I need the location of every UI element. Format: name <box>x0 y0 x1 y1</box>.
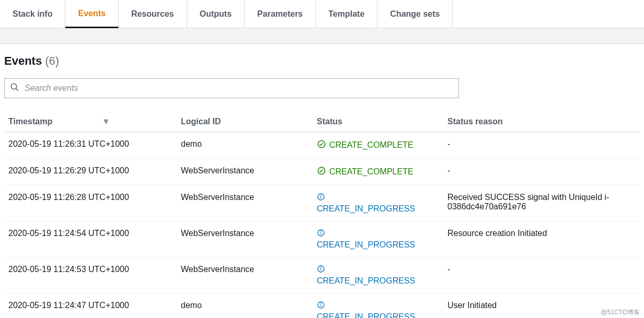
cell-status: CREATE_IN_PROGRESS <box>313 293 443 319</box>
check-circle-icon <box>317 166 326 178</box>
search-box[interactable] <box>4 78 459 98</box>
cell-status: CREATE_IN_PROGRESS <box>313 221 443 257</box>
cell-status-reason: Resource creation Initiated <box>443 221 640 257</box>
cell-status-reason: Received SUCCESS signal with UniqueId i-… <box>443 185 640 221</box>
cell-timestamp: 2020-05-19 11:24:54 UTC+1000 <box>4 221 177 257</box>
cell-logical-id: WebServerInstance <box>177 221 313 257</box>
table-row: 2020-05-19 11:26:29 UTC+1000WebServerIns… <box>4 159 640 185</box>
cell-logical-id: WebServerInstance <box>177 257 313 293</box>
spacer <box>0 28 644 44</box>
events-table: Timestamp ▼ Logical ID Status Status rea… <box>4 112 640 318</box>
table-row: 2020-05-19 11:24:53 UTC+1000WebServerIns… <box>4 257 640 293</box>
info-circle-icon <box>317 193 325 203</box>
col-timestamp-label: Timestamp <box>8 117 52 126</box>
table-row: 2020-05-19 11:24:47 UTC+1000demoCREATE_I… <box>4 293 640 319</box>
tab-change-sets[interactable]: Change sets <box>377 0 453 28</box>
cell-logical-id: WebServerInstance <box>177 185 313 221</box>
col-logical-id[interactable]: Logical ID <box>177 112 313 132</box>
tab-parameters[interactable]: Parameters <box>245 0 316 28</box>
status-label: CREATE_COMPLETE <box>329 140 413 150</box>
cell-timestamp: 2020-05-19 11:24:47 UTC+1000 <box>4 293 177 319</box>
cell-status: CREATE_COMPLETE <box>313 159 443 185</box>
cell-timestamp: 2020-05-19 11:26:31 UTC+1000 <box>4 132 177 159</box>
search-input[interactable] <box>25 84 453 93</box>
info-circle-icon <box>317 265 325 275</box>
svg-point-15 <box>321 303 321 304</box>
page-title: Events <box>4 54 42 68</box>
col-status-reason[interactable]: Status reason <box>443 112 640 132</box>
table-row: 2020-05-19 11:26:28 UTC+1000WebServerIns… <box>4 185 640 221</box>
info-circle-icon <box>317 301 325 311</box>
col-status[interactable]: Status <box>313 112 443 132</box>
cell-status: CREATE_IN_PROGRESS <box>313 185 443 221</box>
status-label: CREATE_IN_PROGRESS <box>317 240 415 250</box>
cell-timestamp: 2020-05-19 11:26:29 UTC+1000 <box>4 159 177 185</box>
svg-point-0 <box>11 84 17 89</box>
tab-outputs[interactable]: Outputs <box>187 0 245 28</box>
cell-logical-id: demo <box>177 132 313 159</box>
tab-events[interactable]: Events <box>65 0 118 28</box>
col-timestamp[interactable]: Timestamp ▼ <box>4 112 177 132</box>
watermark: @51CTO博客 <box>601 308 640 317</box>
table-row: 2020-05-19 11:26:31 UTC+1000demoCREATE_C… <box>4 132 640 159</box>
cell-status-reason: - <box>443 132 640 159</box>
page-header: Events (6) <box>4 54 640 68</box>
page-count: (6) <box>45 54 59 68</box>
tab-template[interactable]: Template <box>316 0 377 28</box>
svg-point-6 <box>321 195 321 196</box>
search-icon <box>10 83 19 94</box>
check-circle-icon <box>317 139 326 151</box>
tab-resources[interactable]: Resources <box>119 0 187 28</box>
sort-caret-down-icon: ▼ <box>102 117 110 126</box>
cell-status: CREATE_IN_PROGRESS <box>313 257 443 293</box>
tab-stack-info[interactable]: Stack info <box>0 0 65 28</box>
info-circle-icon <box>317 229 325 239</box>
status-label: CREATE_COMPLETE <box>329 167 413 176</box>
tab-bar: Stack info Events Resources Outputs Para… <box>0 0 644 28</box>
svg-point-12 <box>321 267 321 268</box>
cell-timestamp: 2020-05-19 11:26:28 UTC+1000 <box>4 185 177 221</box>
status-label: CREATE_IN_PROGRESS <box>317 312 415 318</box>
cell-logical-id: demo <box>177 293 313 319</box>
status-label: CREATE_IN_PROGRESS <box>317 204 415 214</box>
svg-point-9 <box>321 231 321 232</box>
status-label: CREATE_IN_PROGRESS <box>317 276 415 286</box>
cell-timestamp: 2020-05-19 11:24:53 UTC+1000 <box>4 257 177 293</box>
cell-logical-id: WebServerInstance <box>177 159 313 185</box>
svg-line-1 <box>16 88 18 91</box>
cell-status: CREATE_COMPLETE <box>313 132 443 159</box>
content-area: Events (6) Timestamp ▼ Logical ID Status… <box>0 44 644 318</box>
table-row: 2020-05-19 11:24:54 UTC+1000WebServerIns… <box>4 221 640 257</box>
cell-status-reason: - <box>443 159 640 185</box>
cell-status-reason: - <box>443 257 640 293</box>
